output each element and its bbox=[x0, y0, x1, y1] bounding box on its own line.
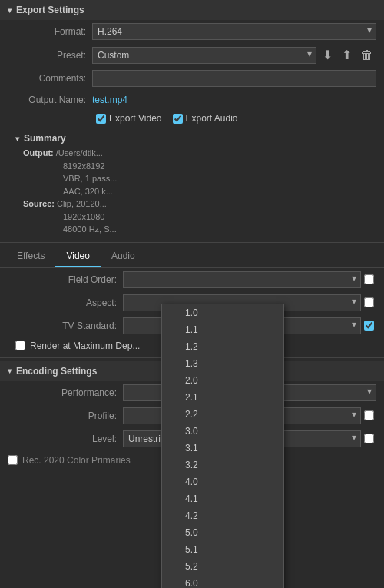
tab-effects[interactable]: Effects bbox=[6, 246, 55, 267]
dropdown-item-label: 2.1 bbox=[185, 392, 198, 403]
dropdown-item-3_2[interactable]: 3.2 bbox=[162, 457, 283, 473]
preset-select[interactable]: Custom bbox=[92, 47, 316, 64]
summary-source-label: Source: bbox=[23, 199, 55, 208]
aspect-checkbox[interactable] bbox=[364, 297, 374, 307]
comments-label: Comments: bbox=[8, 73, 92, 84]
output-name-control: test.mp4 bbox=[92, 95, 376, 105]
tv-standard-checkbox[interactable] bbox=[364, 321, 374, 331]
dropdown-item-4_0[interactable]: 4.0 bbox=[162, 473, 283, 490]
format-control: H.264 bbox=[92, 23, 376, 40]
field-order-checkbox[interactable] bbox=[364, 274, 374, 284]
summary-output-line1: /Users/dtik... bbox=[56, 148, 103, 158]
summary-content: Output: /Users/dtik... 8192x8192 VBR, 1 … bbox=[15, 147, 376, 236]
summary-title: Summary bbox=[24, 133, 66, 144]
export-settings-header: ▾ Export Settings bbox=[0, 0, 384, 20]
encoding-settings-title: Encoding Settings bbox=[16, 366, 97, 377]
tv-standard-label: TV Standard: bbox=[8, 321, 123, 331]
profile-checkbox-cell bbox=[361, 410, 376, 420]
export-video-checkbox[interactable] bbox=[96, 114, 106, 124]
summary-output-label: Output: bbox=[23, 148, 54, 158]
tabs-row: Effects Video Audio bbox=[0, 246, 384, 268]
export-audio-checkbox-item: Export Audio bbox=[173, 113, 238, 124]
dropdown-item-label: 4.2 bbox=[185, 510, 198, 521]
format-select[interactable]: H.264 bbox=[92, 23, 376, 40]
field-order-select[interactable] bbox=[123, 271, 361, 288]
dropdown-item-2_1[interactable]: 2.1 bbox=[162, 389, 283, 406]
render-max-label: Render at Maximum Dep... bbox=[30, 341, 140, 351]
level-label: Level: bbox=[8, 434, 123, 444]
tab-audio[interactable]: Audio bbox=[101, 246, 146, 267]
aspect-checkbox-cell bbox=[361, 297, 376, 307]
field-order-label: Field Order: bbox=[8, 274, 123, 285]
dropdown-item-2_0[interactable]: 2.0 bbox=[162, 372, 283, 389]
export-audio-checkbox[interactable] bbox=[173, 114, 183, 124]
render-max-checkbox[interactable] bbox=[15, 341, 25, 350]
field-order-checkbox-cell bbox=[361, 274, 376, 284]
dropdown-item-label: 4.1 bbox=[185, 493, 198, 504]
dropdown-item-1_0[interactable]: 1.0 bbox=[162, 304, 283, 321]
dropdown-item-6_0[interactable]: 6.0 bbox=[162, 575, 283, 588]
field-order-control bbox=[123, 271, 361, 288]
dropdown-item-3_0[interactable]: 3.0 bbox=[162, 423, 283, 440]
divider-1 bbox=[0, 242, 384, 243]
level-checkbox[interactable] bbox=[364, 434, 374, 443]
summary-header: ▾ Summary bbox=[15, 130, 376, 147]
dropdown-item-5_2[interactable]: 5.2 bbox=[162, 558, 283, 575]
comments-input[interactable] bbox=[92, 70, 376, 87]
export-settings-title: Export Settings bbox=[16, 5, 84, 15]
rec2020-label: Rec. 2020 Color Primaries bbox=[22, 455, 131, 466]
dropdown-item-label: 2.0 bbox=[185, 375, 198, 386]
summary-output-line3: VBR, 1 pass... bbox=[63, 172, 376, 185]
output-name-value[interactable]: test.mp4 bbox=[92, 95, 127, 105]
profile-checkbox[interactable] bbox=[364, 410, 374, 420]
dropdown-item-label: 1.1 bbox=[185, 324, 198, 335]
dropdown-item-label: 4.0 bbox=[185, 477, 198, 487]
preset-control: Custom ⬇ ⬆ 🗑 bbox=[92, 46, 376, 64]
summary-source-details: 1920x1080 48000 Hz, S... bbox=[23, 211, 376, 236]
dropdown-item-label: 3.2 bbox=[185, 460, 198, 470]
delete-preset-button[interactable]: 🗑 bbox=[358, 47, 376, 64]
export-audio-label: Export Audio bbox=[186, 113, 238, 124]
dropdown-item-5_1[interactable]: 5.1 bbox=[162, 541, 283, 558]
export-video-label: Export Video bbox=[109, 113, 162, 124]
summary-arrow-icon: ▾ bbox=[15, 135, 19, 143]
dropdown-item-1_2[interactable]: 1.2 bbox=[162, 338, 283, 355]
output-name-label: Output Name: bbox=[8, 95, 92, 105]
comments-control bbox=[92, 70, 376, 87]
summary-output-line4: AAC, 320 k... bbox=[63, 185, 376, 198]
dropdown-item-label: 1.0 bbox=[185, 307, 198, 318]
preset-row: Preset: Custom ⬇ ⬆ 🗑 bbox=[0, 43, 384, 67]
field-order-select-wrapper bbox=[123, 271, 361, 288]
dropdown-item-1_1[interactable]: 1.1 bbox=[162, 321, 283, 338]
dropdown-item-5_0[interactable]: 5.0 bbox=[162, 524, 283, 541]
level-checkbox-cell bbox=[361, 434, 376, 443]
dropdown-item-3_1[interactable]: 3.1 bbox=[162, 440, 283, 457]
preset-label: Preset: bbox=[8, 50, 92, 61]
dropdown-item-label: 1.2 bbox=[185, 341, 198, 352]
summary-output-details: 8192x8192 VBR, 1 pass... AAC, 320 k... bbox=[23, 160, 376, 198]
dropdown-item-label: 3.1 bbox=[185, 443, 198, 453]
level-dropdown-overlay: 1.01.11.21.32.02.12.23.03.13.24.04.14.25… bbox=[161, 304, 284, 588]
dropdown-item-2_2[interactable]: 2.2 bbox=[162, 406, 283, 423]
summary-source-row: Source: Clip, 20120... bbox=[23, 198, 376, 211]
save-preset-button[interactable]: ⬇ bbox=[319, 46, 336, 64]
dropdown-item-4_1[interactable]: 4.1 bbox=[162, 490, 283, 507]
export-checkboxes-row: Export Video Export Audio bbox=[0, 110, 384, 127]
summary-section: ▾ Summary Output: /Users/dtik... 8192x81… bbox=[0, 127, 384, 239]
dropdown-item-label: 5.2 bbox=[185, 561, 198, 572]
dropdown-item-label: 1.3 bbox=[185, 358, 198, 369]
format-label: Format: bbox=[8, 26, 92, 37]
tv-standard-checkbox-cell bbox=[361, 321, 376, 331]
rec2020-checkbox[interactable] bbox=[8, 455, 18, 465]
import-preset-button[interactable]: ⬆ bbox=[339, 46, 355, 64]
dropdown-item-1_3[interactable]: 1.3 bbox=[162, 355, 283, 372]
collapse-arrow-icon: ▾ bbox=[8, 6, 12, 15]
dropdown-item-label: 5.0 bbox=[185, 527, 198, 538]
dropdown-item-label: 3.0 bbox=[185, 426, 198, 437]
performance-label: Performance: bbox=[8, 387, 123, 398]
dropdown-item-label: 5.1 bbox=[185, 544, 198, 555]
dropdown-item-4_2[interactable]: 4.2 bbox=[162, 507, 283, 524]
tab-video[interactable]: Video bbox=[55, 246, 100, 267]
summary-source-line1: Clip, 20120... bbox=[57, 199, 107, 208]
dropdown-item-label: 2.2 bbox=[185, 409, 198, 420]
